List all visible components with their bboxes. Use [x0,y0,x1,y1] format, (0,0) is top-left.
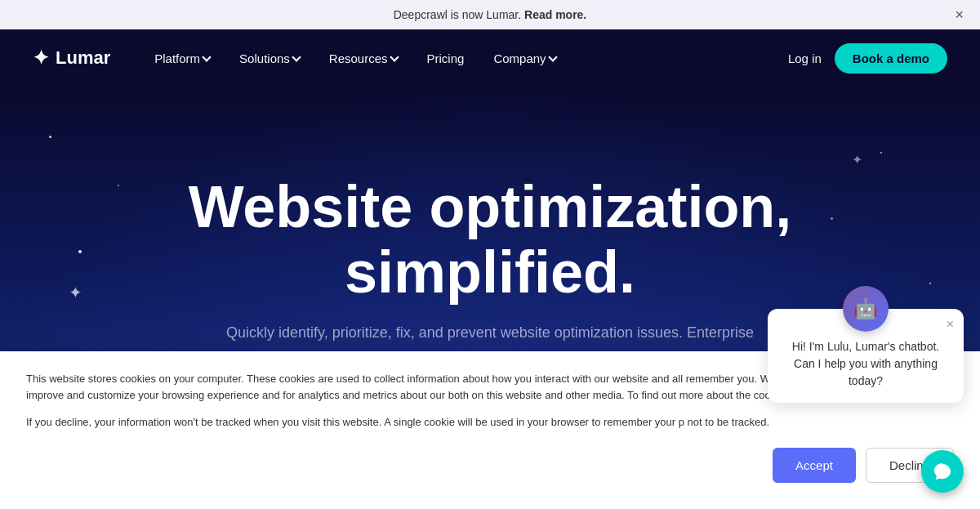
chat-close-button[interactable]: × [947,317,954,332]
hero-title: Website optimization, simplified. [122,175,858,304]
chevron-down-icon [548,52,557,61]
book-demo-button[interactable]: Book a demo [835,43,947,74]
chat-bubble: 🤖 × Hi! I'm Lulu, Lumar's chatbot. Can I… [768,309,964,403]
nav-item-pricing[interactable]: Pricing [416,45,476,72]
nav-links: Platform Solutions Resources Pricing Com… [143,45,788,72]
nav-item-company[interactable]: Company [482,45,567,72]
hero-subtitle: Quickly identify, prioritize, fix, and p… [226,324,754,342]
cookie-buttons: Accept Decline [26,448,954,483]
announcement-bar: Deepcrawl is now Lumar. Read more. × [0,0,980,29]
nav-right: Log in Book a demo [788,43,947,74]
navbar: ✦ Lumar Platform Solutions Resources Pri… [0,29,980,87]
login-link[interactable]: Log in [788,51,822,65]
chevron-down-icon [202,52,211,61]
chat-icon [933,462,952,481]
chat-greeting-text: Hi! I'm Lulu, Lumar's chatbot. Can I hel… [784,338,947,390]
chat-toggle-button[interactable] [921,450,964,493]
cross-star-decoration: ✦ [69,283,82,302]
announcement-text: Deepcrawl is now Lumar. [394,8,521,21]
cross-star-decoration: ✦ [852,152,862,167]
logo[interactable]: ✦ Lumar [33,47,110,69]
accept-cookies-button[interactable]: Accept [773,448,856,483]
star-decoration [78,250,82,253]
chevron-down-icon [390,52,399,61]
chat-avatar: 🤖 [843,286,889,332]
star-decoration [49,136,51,138]
announcement-link[interactable]: Read more. [524,8,586,21]
logo-icon: ✦ [33,47,49,69]
nav-item-platform[interactable]: Platform [143,45,221,72]
nav-item-solutions[interactable]: Solutions [228,45,311,72]
star-decoration [118,185,119,186]
chevron-down-icon [292,52,301,61]
logo-text: Lumar [56,47,110,69]
star-decoration [880,152,882,154]
announcement-close-button[interactable]: × [955,7,964,24]
star-decoration [929,283,931,284]
cookie-text-secondary: If you decline, your information won't b… [26,414,954,431]
nav-item-resources[interactable]: Resources [318,45,409,72]
